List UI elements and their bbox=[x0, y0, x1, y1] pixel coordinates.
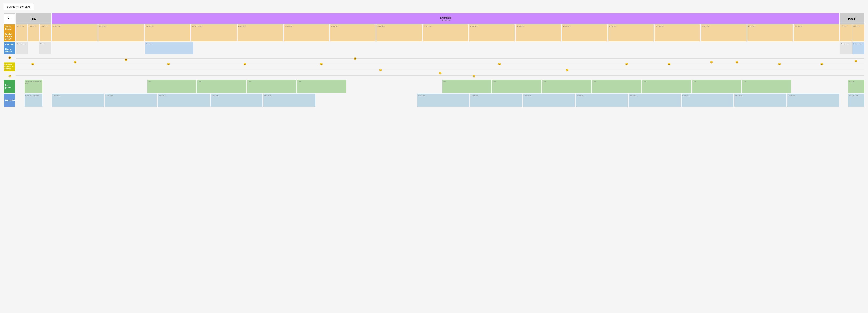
emoji-node: 😐 bbox=[167, 63, 170, 65]
list-item[interactable]: Activity step... bbox=[701, 25, 746, 41]
painpoints-label: Pain points bbox=[4, 80, 15, 93]
emoji-node: 😔 bbox=[566, 68, 569, 71]
emoji-node: 😐 bbox=[625, 63, 628, 65]
list-item[interactable]: Opportunity... bbox=[52, 94, 104, 107]
list-item[interactable]: Opportunity... bbox=[629, 94, 681, 107]
list-item[interactable]: Opportunity... bbox=[682, 94, 734, 107]
list-item[interactable]: Activity step... bbox=[747, 25, 793, 41]
list-item[interactable]: Channel... bbox=[145, 42, 193, 54]
list-item[interactable]: Post pain... bbox=[848, 80, 864, 93]
list-item[interactable]: Pain... bbox=[147, 80, 196, 93]
list-item[interactable]: Activity step... bbox=[330, 25, 376, 41]
header-during: DURING Activities bbox=[52, 13, 839, 24]
painpoints-pre-area: You need to do this step for pain... bbox=[16, 80, 51, 93]
touchpoints-row: Touch Points What is the user doing? You… bbox=[4, 25, 864, 41]
list-item[interactable]: Opportunity... bbox=[417, 94, 469, 107]
list-item[interactable]: Post step... bbox=[840, 25, 852, 41]
list-item[interactable]: Opportunity... bbox=[211, 94, 262, 107]
emoji-node: 😐 bbox=[243, 63, 246, 65]
list-item[interactable]: Pain... bbox=[642, 80, 691, 93]
emoji-node: 😊 bbox=[353, 57, 356, 60]
emotions-row: 😊 😐 😔 😢 Emotions Feelings as act they bbox=[4, 55, 864, 79]
emoji-node: 😐 bbox=[320, 63, 323, 65]
emoji-node: 😐 bbox=[668, 63, 671, 65]
list-item[interactable]: Opportunity... bbox=[158, 94, 210, 107]
list-item[interactable]: You do next... bbox=[423, 25, 468, 41]
list-item[interactable]: Pain... bbox=[542, 80, 591, 93]
emotions-label: Emotions Feelings as act they bbox=[4, 63, 15, 71]
happy-emoji: 😊 bbox=[8, 56, 11, 59]
list-item[interactable]: Opportunity... bbox=[105, 94, 157, 107]
emotion-chart-area: 😐 😐 😊 😐 😐 😐 😊 😕 😔 😢 😐 😔 😐 😐 😊 😊 😐 😐 😊 bbox=[16, 55, 864, 79]
list-item[interactable]: Opportunity... bbox=[734, 94, 786, 107]
opportunities-label-cell: Opportunities bbox=[4, 94, 15, 107]
list-item[interactable]: Activity step... bbox=[794, 25, 839, 41]
channels-label-cell: Channels How or where? bbox=[4, 42, 15, 54]
page-wrapper: CURRENT JOURNEYS #1 PRE- DURING Activiti… bbox=[0, 0, 868, 111]
emoji-node: 😐 bbox=[31, 63, 34, 65]
list-item[interactable]: Pain... bbox=[592, 80, 641, 93]
list-item[interactable]: You need to... bbox=[28, 25, 39, 41]
list-item[interactable]: Activity step... bbox=[376, 25, 422, 41]
list-item[interactable]: Opportunity... bbox=[576, 94, 628, 107]
channels-pre-area: How or where... Channel... bbox=[16, 42, 51, 54]
touchpoints-label-cell: Touch Points What is the user doing? bbox=[4, 25, 15, 41]
list-item[interactable]: You need to step... bbox=[191, 25, 237, 41]
list-item[interactable]: Activity step... bbox=[469, 25, 515, 41]
list-item[interactable]: Activity step... bbox=[608, 25, 654, 41]
title-box: CURRENT JOURNEYS bbox=[4, 4, 34, 10]
emoji-node: 😐 bbox=[73, 61, 76, 64]
opportunities-pre-area: Opportunity to improve... bbox=[16, 94, 51, 107]
emoji-node: 😐 bbox=[778, 63, 781, 65]
touchpoints-post-area: Post step... Post step... bbox=[840, 25, 864, 41]
list-item[interactable]: You need to do this step for pain... bbox=[25, 80, 42, 93]
channels-label: Channels How or where? bbox=[4, 42, 15, 54]
list-item[interactable]: Post channel... bbox=[840, 42, 852, 54]
list-item[interactable]: Pain... bbox=[247, 80, 296, 93]
emoji-node: 😐 bbox=[498, 63, 501, 65]
list-item[interactable]: Activity step... bbox=[655, 25, 700, 41]
list-item[interactable]: You do step... bbox=[284, 25, 329, 41]
list-item[interactable]: Activity step... bbox=[52, 25, 97, 41]
channels-row: Channels How or where? How or where... C… bbox=[4, 42, 864, 54]
list-item[interactable]: Opportunity... bbox=[523, 94, 575, 107]
opportunities-post-area: Post opportunity... bbox=[840, 94, 864, 107]
list-item[interactable]: Post channel... bbox=[852, 42, 864, 54]
list-item[interactable]: Opportunity... bbox=[787, 94, 839, 107]
list-item[interactable]: Activity step... bbox=[98, 25, 144, 41]
touchpoints-label: Touch Points What is the user doing? bbox=[4, 25, 15, 41]
list-item[interactable]: Pain... bbox=[692, 80, 741, 93]
painpoints-label-cell: Pain points bbox=[4, 80, 15, 93]
list-item[interactable]: Pain... bbox=[492, 80, 541, 93]
list-item[interactable]: Opportunity to improve... bbox=[25, 94, 42, 107]
list-item[interactable]: You need to... bbox=[40, 25, 51, 41]
painpoints-during-area: Pain... Pain... Pain... Pain... Pain... … bbox=[52, 80, 839, 93]
page-title: CURRENT JOURNEYS bbox=[7, 6, 31, 8]
list-item[interactable]: Activity step... bbox=[562, 25, 608, 41]
emoji-node: 😐 bbox=[820, 63, 823, 65]
emoji-node: 😔 bbox=[439, 72, 441, 74]
list-item[interactable]: Opportunity... bbox=[470, 94, 522, 107]
list-item[interactable]: Pain... bbox=[742, 80, 791, 93]
list-item[interactable]: Post step... bbox=[852, 25, 864, 41]
list-item[interactable]: You need to... bbox=[16, 25, 27, 41]
painpoints-post-area: Post pain... bbox=[840, 80, 864, 93]
list-item[interactable]: Pain... bbox=[297, 80, 346, 93]
opportunities-during-area: Opportunity... Opportunity... Opportunit… bbox=[52, 94, 839, 107]
list-item[interactable]: Activity step... bbox=[516, 25, 561, 41]
painpoints-row: Pain points You need to do this step for… bbox=[4, 80, 864, 93]
list-item[interactable]: Activity step... bbox=[145, 25, 190, 41]
touchpoints-pre-area: You need to... You need to... You need t… bbox=[16, 25, 51, 41]
list-item[interactable]: How or where... bbox=[16, 42, 28, 54]
channels-post-area: Post channel... Post channel... bbox=[840, 42, 864, 54]
list-item[interactable]: Activity step... bbox=[238, 25, 283, 41]
list-item[interactable]: Opportunity... bbox=[264, 94, 315, 107]
opportunities-label: Opportunities bbox=[4, 94, 15, 107]
header-row: #1 PRE- DURING Activities POST- bbox=[4, 13, 864, 24]
list-item[interactable]: Pain... bbox=[197, 80, 246, 93]
list-item[interactable]: Channel... bbox=[39, 42, 51, 54]
list-item[interactable]: Post opportunity... bbox=[848, 94, 864, 107]
list-item[interactable]: Pain... bbox=[442, 80, 491, 93]
opportunities-row: Opportunities Opportunity to improve... … bbox=[4, 94, 864, 107]
channels-during-area: Channel... bbox=[52, 42, 839, 54]
